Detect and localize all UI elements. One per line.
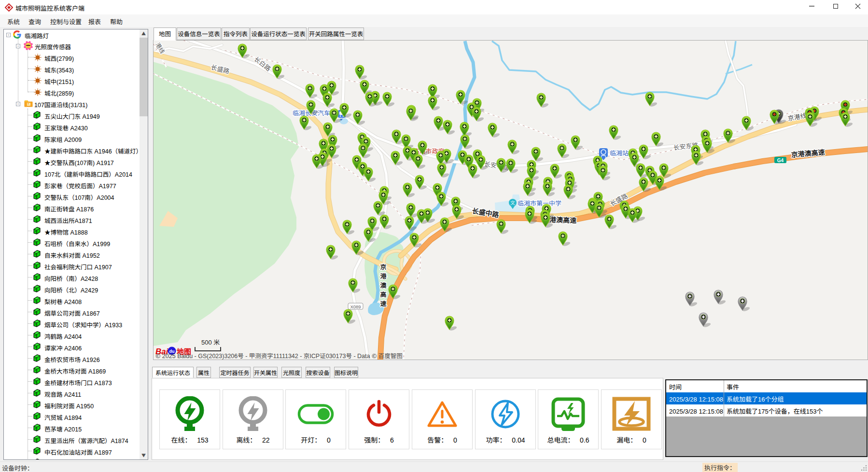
svg-text:临湘市第一中学: 临湘市第一中学 — [518, 198, 561, 208]
svg-text:文: 文 — [510, 199, 515, 206]
svg-text:京港澳高速: 京港澳高速 — [379, 262, 388, 308]
svg-text:G4: G4 — [777, 156, 784, 164]
svg-text:500 米: 500 米 — [201, 337, 220, 347]
svg-text:© 2025 Baidu - GS(2023)3206号 -: © 2025 Baidu - GS(2023)3206号 - 甲测资字11111… — [155, 351, 403, 360]
svg-text:X089: X089 — [350, 303, 361, 310]
svg-text:临湘站: 临湘站 — [610, 148, 629, 157]
